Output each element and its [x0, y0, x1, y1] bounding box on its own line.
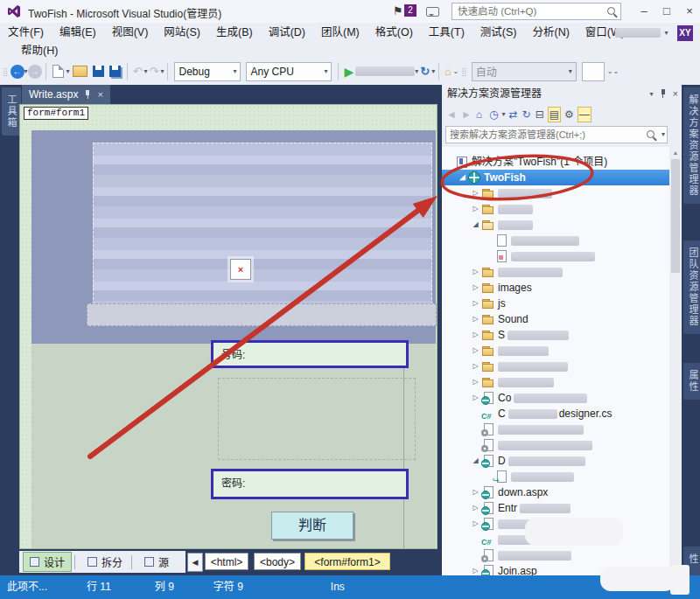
expand-arrow[interactable]: ▷	[470, 390, 481, 406]
breadcrumb-tag[interactable]: <html>	[205, 553, 248, 570]
notification-count-badge[interactable]: 2	[404, 4, 416, 17]
pin-icon[interactable]	[660, 89, 667, 99]
chevron-down-icon[interactable]: ▾	[160, 67, 164, 75]
toolbar-overflow-icon[interactable]: ⌄	[452, 67, 458, 75]
expand-arrow[interactable]: ▷	[470, 484, 481, 500]
close-icon[interactable]: ×	[673, 85, 678, 103]
tree-item[interactable]: ▷Co	[442, 390, 669, 406]
sync-with-active-document-icon[interactable]: ⇄	[508, 107, 519, 122]
breadcrumb-back-button[interactable]: ◀	[187, 553, 203, 572]
redo-icon[interactable]: ↷	[150, 63, 159, 80]
view-mode-design[interactable]: 设计	[23, 552, 72, 572]
chevron-down-icon[interactable]: ▾	[66, 67, 70, 75]
preview-selected-items-icon[interactable]: —	[578, 107, 592, 122]
menu-item[interactable]: 生成(B)	[208, 23, 261, 42]
document-tab-write-aspx[interactable]: Write.aspx ×	[22, 85, 110, 104]
expand-arrow[interactable]: ▷	[470, 201, 481, 217]
tree-item[interactable]: ▷	[442, 185, 669, 201]
tree-item[interactable]: ▷images	[442, 280, 669, 296]
chevron-down-icon[interactable]: ▾	[144, 67, 148, 75]
package-manager-icon[interactable]: ⌂	[444, 63, 451, 80]
collapse-all-icon[interactable]: ⊟	[535, 107, 545, 122]
tree-item[interactable]: ▷	[442, 343, 669, 359]
open-file-icon[interactable]	[73, 66, 88, 77]
platform-dropdown[interactable]: Any CPU▾	[246, 62, 332, 81]
notifications-flag-icon[interactable]: ⚑	[393, 4, 403, 17]
menu-item[interactable]: 调试(D)	[261, 23, 313, 42]
tree-item[interactable]	[442, 547, 669, 563]
tree-item[interactable]: ▷down.aspx	[442, 484, 669, 500]
expand-arrow[interactable]: ◢	[457, 170, 468, 185]
expand-arrow[interactable]: ▷	[470, 563, 481, 575]
expand-arrow[interactable]: ▷	[470, 311, 481, 327]
navigate-back-icon[interactable]: ←	[10, 65, 24, 79]
tab-solution-explorer[interactable]: 解决方案资源管理器	[683, 87, 700, 204]
menu-item[interactable]: 分析(N)	[524, 23, 577, 42]
maximize-button[interactable]: □	[656, 0, 677, 22]
scrollbar-thumb[interactable]	[671, 159, 680, 273]
refresh-icon[interactable]: ↻	[420, 63, 430, 80]
auto-dropdown[interactable]: 自动▾	[472, 62, 577, 81]
properties-wrench-icon[interactable]: ⚙	[564, 107, 575, 122]
scroll-up-icon[interactable]: ▲	[669, 147, 682, 156]
home-icon[interactable]: ⌂	[475, 107, 483, 122]
back-icon[interactable]: ◄	[445, 107, 458, 122]
expand-arrow[interactable]: ▷	[470, 500, 481, 516]
design-surface[interactable]: form#form1 × 号码: 密码: 判断	[19, 104, 438, 549]
password-field[interactable]: 密码:	[211, 469, 409, 499]
configuration-dropdown[interactable]: Debug▾	[174, 62, 241, 81]
tree-item[interactable]: ◢TwoFish	[442, 170, 669, 185]
tab-properties[interactable]: 属性	[683, 363, 700, 400]
tree-item[interactable]: ◢D	[442, 453, 669, 469]
feedback-icon[interactable]	[426, 7, 439, 17]
tree-item[interactable]: ▷	[442, 374, 669, 390]
start-debug-icon[interactable]: ▶	[344, 63, 354, 80]
chevron-down-icon[interactable]: ▾	[662, 130, 665, 138]
menu-item[interactable]: 网站(S)	[156, 23, 208, 42]
menu-item[interactable]: 团队(M)	[313, 23, 368, 42]
user-account-area[interactable]: ▾ XY	[615, 24, 693, 42]
menu-item[interactable]: 编辑(E)	[52, 23, 104, 42]
menu-item[interactable]: 工具(T)	[421, 23, 472, 42]
avatar[interactable]: XY	[677, 25, 693, 41]
tree-item[interactable]	[442, 437, 669, 453]
expand-arrow[interactable]: ◢	[470, 453, 481, 469]
tree-item[interactable]: ◢	[442, 217, 669, 233]
undo-icon[interactable]: ↶	[133, 63, 143, 80]
navigate-forward-icon[interactable]: →	[28, 65, 42, 79]
expand-arrow[interactable]: ▷	[470, 327, 481, 343]
form-tag-label[interactable]: form#form1	[24, 107, 88, 120]
expand-arrow[interactable]: ▷	[470, 374, 481, 390]
solution-search-input[interactable]	[446, 127, 648, 143]
toolbar-grip[interactable]: ⣿	[461, 67, 466, 76]
new-project-icon[interactable]	[52, 65, 64, 78]
tree-item[interactable]: ▷	[442, 201, 669, 217]
window-position-icon[interactable]: ▾	[650, 85, 654, 103]
chevron-down-icon[interactable]: ▾	[431, 67, 435, 75]
save-all-icon[interactable]	[109, 66, 121, 77]
minimize-button[interactable]: –	[634, 0, 654, 22]
menu-item[interactable]: 测试(S)	[472, 23, 525, 42]
account-field[interactable]: 号码:	[211, 340, 409, 368]
solution-search-box[interactable]: ▾	[445, 126, 668, 143]
judge-button[interactable]: 判断	[271, 512, 354, 540]
tree-item[interactable]	[442, 248, 669, 264]
tree-item[interactable]: ▷	[442, 359, 669, 374]
view-mode-source[interactable]: 源	[138, 553, 175, 571]
quick-launch-input[interactable]	[452, 3, 610, 19]
tree-scrollbar[interactable]: ▲	[669, 147, 682, 575]
tree-item[interactable]: ▷js	[442, 296, 669, 311]
expand-arrow[interactable]: ▷	[470, 516, 481, 532]
refresh-icon[interactable]: ↻	[522, 107, 532, 122]
tree-item[interactable]: ▷	[442, 264, 669, 280]
menu-item[interactable]: 文件(F)	[0, 23, 52, 42]
expand-arrow[interactable]: ▷	[470, 185, 481, 201]
expand-arrow[interactable]: ▷	[470, 280, 481, 296]
solution-explorer-title-bar[interactable]: 解决方案资源管理器 ▾ ×	[442, 85, 682, 103]
breadcrumb-tag[interactable]: <form#form1>	[304, 553, 390, 570]
tree-item[interactable]: 解决方案"TwoFish"(1 个项目)	[442, 154, 669, 170]
tree-item[interactable]: Cdesigner.cs	[442, 406, 669, 421]
toolbar-grip[interactable]: ⣿	[3, 67, 8, 76]
tree-item[interactable]	[442, 421, 669, 437]
show-all-files-icon[interactable]: ▤	[548, 107, 561, 122]
